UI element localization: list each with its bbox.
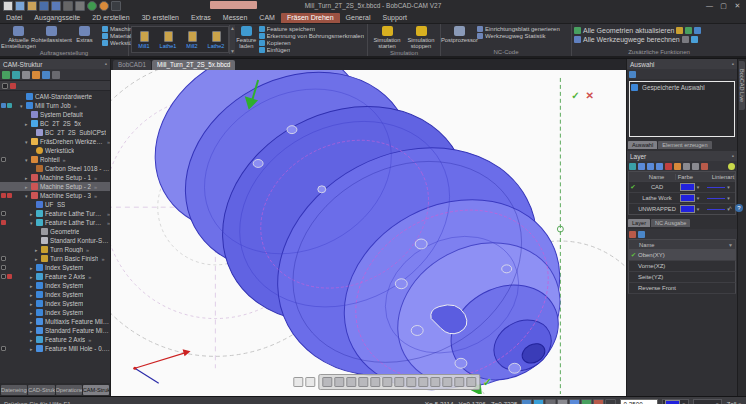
- pin-icon[interactable]: ▪: [105, 61, 107, 67]
- saved-selection-list[interactable]: Gespeicherte Auswahl: [629, 81, 735, 137]
- tree-row[interactable]: ▸ Standard Feature Mill Hole: [0, 326, 110, 335]
- wcs-row[interactable]: ✔ Seite(YZ): [628, 272, 736, 283]
- document-tab[interactable]: Mill_Turn_2T_2S_5x.bbcd: [152, 60, 235, 70]
- Werkzeugweg Statistik[interactable]: Werkzeugweg Statistik: [477, 33, 560, 39]
- ribbon-big-button[interactable]: Aktuelle Einstellungen: [2, 25, 35, 49]
- Lathe2[interactable]: Lathe2: [204, 27, 228, 52]
- pencil-icon[interactable]: [32, 71, 40, 79]
- tool-icon-1[interactable]: [676, 27, 683, 34]
- axis-icon[interactable]: [305, 377, 315, 387]
- tool-icon-5[interactable]: [691, 36, 698, 43]
- eye-icon[interactable]: [2, 83, 8, 89]
- menu-tab[interactable]: Fräsen Drehen: [281, 13, 340, 23]
- ribbon-big-button[interactable]: Rohteilassistent: [35, 25, 68, 49]
- menu-tab[interactable]: Extras: [185, 13, 217, 23]
- arrow-up-icon[interactable]: [656, 163, 663, 170]
- wcs-row[interactable]: ✔ Reverse Front: [628, 283, 736, 294]
- ribbon-big-button[interactable]: Extras: [68, 25, 101, 49]
- print-icon[interactable]: [51, 1, 61, 11]
- menu-tab[interactable]: Support: [377, 13, 414, 23]
- eye-icon[interactable]: [1, 274, 6, 279]
- maximize-button[interactable]: ▢: [717, 1, 730, 10]
- line-snap-icon[interactable]: [545, 399, 556, 404]
- add-layer-icon[interactable]: [629, 163, 636, 170]
- document-tab[interactable]: BobCAD1: [113, 60, 151, 70]
- panel-tab[interactable]: Layer: [628, 219, 650, 227]
- arrow-left-icon[interactable]: [647, 163, 654, 170]
- menu-tab[interactable]: Ausgangsseite: [28, 13, 86, 23]
- menu-tab[interactable]: Datei: [0, 13, 28, 23]
- linetype-swatch[interactable]: [707, 198, 725, 199]
- ribbon-collapse-icon[interactable]: ˄: [728, 205, 732, 211]
- postprozessor-button[interactable]: Postprozessor: [443, 25, 476, 48]
- undo-icon[interactable]: [75, 1, 85, 11]
- properties-icon[interactable]: [692, 163, 699, 170]
- set-current-icon[interactable]: [674, 163, 681, 170]
- linetype-swatch[interactable]: [707, 209, 725, 210]
- viewport-canvas[interactable]: ✓ ✕ ✓: [111, 70, 626, 396]
- stock-icon[interactable]: [42, 71, 50, 79]
- simulation-button[interactable]: Simulation stoppen: [404, 25, 438, 49]
- save-all-icon[interactable]: [39, 1, 49, 11]
- tree-row[interactable]: ▾ Feature Lathe Turning »: [0, 218, 110, 227]
- panel-tab[interactable]: Operationen: [56, 385, 82, 395]
- close-button[interactable]: ✕: [731, 1, 744, 10]
- flag-icon[interactable]: [1, 220, 6, 225]
- simulation-button[interactable]: Simulation starten: [370, 25, 404, 49]
- color-swatch[interactable]: [680, 183, 695, 191]
- tree-row[interactable]: ▸ Index System: [0, 299, 110, 308]
- cancel-icon[interactable]: ✕: [586, 90, 594, 101]
- panel-tab[interactable]: Auswahl: [628, 141, 657, 149]
- tree-row[interactable]: CAM-Standardwerte: [0, 92, 110, 101]
- layer-row[interactable]: ✔ CAD ▼ ▼: [629, 181, 735, 192]
- Einfügen[interactable]: Einfügen: [259, 47, 364, 53]
- link-icon[interactable]: [1, 103, 6, 108]
- side-view-icon[interactable]: [418, 377, 428, 387]
- minimize-button[interactable]: —: [703, 1, 716, 10]
- chevron-down-icon[interactable]: ▼: [696, 196, 700, 201]
- snap-value-input[interactable]: [620, 399, 658, 404]
- Mill2[interactable]: Mill2: [180, 27, 204, 52]
- zoom-window-icon[interactable]: [346, 377, 356, 387]
- eye-icon[interactable]: [1, 157, 6, 162]
- Feature speichern[interactable]: Feature speichern: [259, 26, 364, 32]
- tree-row[interactable]: BC_2T_2S_SubICPst: [0, 128, 110, 137]
- new-wcs-icon[interactable]: [638, 231, 645, 238]
- tree-row[interactable]: ▾ FräsDrehen Werkzeuge »: [0, 137, 110, 146]
- zoom-out-icon[interactable]: [382, 377, 392, 387]
- select-mode-icon[interactable]: [521, 399, 532, 404]
- list-item[interactable]: Gespeicherte Auswahl: [631, 83, 733, 92]
- arc-snap-icon[interactable]: [557, 399, 568, 404]
- refresh-icon[interactable]: [12, 71, 20, 79]
- eye-icon[interactable]: [1, 265, 6, 270]
- confirm-check-icon[interactable]: ✓: [483, 377, 492, 387]
- iso-view-icon[interactable]: [430, 377, 440, 387]
- help-icon[interactable]: ?: [735, 204, 743, 212]
- Einrichtungsblatt generieren[interactable]: Einrichtungsblatt generieren: [477, 26, 560, 32]
- Farbe[interactable]: Farbe: [676, 174, 710, 180]
- top-view-icon[interactable]: [394, 377, 404, 387]
- grid-icon[interactable]: [569, 399, 580, 404]
- tree-row[interactable]: ▸ Multiaxis Feature Mill Hole: [0, 317, 110, 326]
- home-icon[interactable]: [111, 1, 121, 11]
- chevron-down-icon[interactable]: ▼: [696, 207, 700, 212]
- delete-layer-icon[interactable]: [638, 163, 645, 170]
- tree-row[interactable]: UF_SS: [0, 200, 110, 209]
- tree-row[interactable]: ▸ Feature 2 Axis »: [0, 335, 110, 344]
- new-file-icon[interactable]: [3, 1, 13, 11]
- color-swatch[interactable]: [680, 194, 695, 202]
- tree-row[interactable]: ▸ Feature 2 Axis »: [0, 272, 110, 281]
- edit-icon[interactable]: [22, 71, 30, 79]
- zoom-in-icon[interactable]: [370, 377, 380, 387]
- layer-row[interactable]: ✔ UNWRAPPED ▼ ▼: [629, 203, 735, 214]
- tree-row[interactable]: ▸ Index System: [0, 263, 110, 272]
- menu-tab[interactable]: Messen: [217, 13, 254, 23]
- green-check-icon[interactable]: [293, 377, 303, 387]
- trace-icon[interactable]: [605, 399, 616, 404]
- tree-row[interactable]: ▸ Turn Basic Finish »: [0, 254, 110, 263]
- chevron-down-icon[interactable]: ▼: [696, 185, 700, 190]
- osnap-icon[interactable]: [593, 399, 604, 404]
- ribbon-small-button[interactable]: Alle Werkzeugwege berechnen: [583, 36, 680, 43]
- linetype-dropdown[interactable]: ▼: [693, 399, 722, 404]
- menu-tab[interactable]: General: [340, 13, 377, 23]
